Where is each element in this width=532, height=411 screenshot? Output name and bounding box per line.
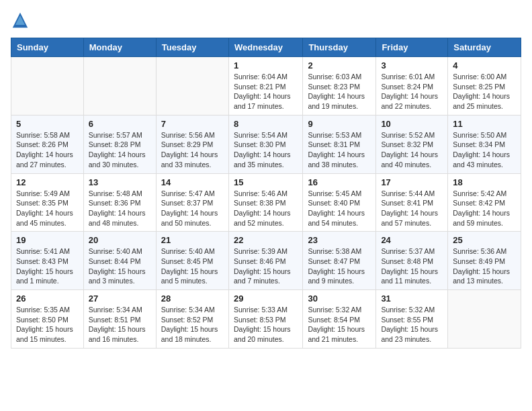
day-info: Sunrise: 5:33 AMSunset: 8:53 PMDaylight:… [234,305,298,345]
day-info: Sunrise: 5:48 AMSunset: 8:36 PMDaylight:… [89,189,151,228]
day-number: 16 [308,177,371,187]
day-info: Sunrise: 5:34 AMSunset: 8:51 PMDaylight:… [89,305,151,345]
day-info: Sunrise: 5:49 AMSunset: 8:35 PMDaylight:… [16,189,79,228]
day-info: Sunrise: 5:44 AMSunset: 8:41 PMDaylight:… [381,189,443,228]
weekday-header-sunday: Sunday [11,38,84,57]
day-number: 13 [89,177,151,187]
day-info: Sunrise: 6:04 AMSunset: 8:21 PMDaylight:… [234,72,298,111]
day-info: Sunrise: 5:38 AMSunset: 8:47 PMDaylight:… [308,246,371,286]
calendar-week-row: 26Sunrise: 5:35 AMSunset: 8:50 PMDayligh… [11,290,521,349]
calendar-header: SundayMondayTuesdayWednesdayThursdayFrid… [11,38,521,57]
calendar-cell: 27Sunrise: 5:34 AMSunset: 8:51 PMDayligh… [83,290,156,349]
calendar-cell: 7Sunrise: 5:56 AMSunset: 8:29 PMDaylight… [156,115,228,173]
calendar-cell: 26Sunrise: 5:35 AMSunset: 8:50 PMDayligh… [11,290,84,349]
day-info: Sunrise: 5:54 AMSunset: 8:30 PMDaylight:… [234,130,298,170]
day-number: 11 [453,119,516,129]
weekday-header-thursday: Thursday [303,38,376,57]
day-info: Sunrise: 5:46 AMSunset: 8:38 PMDaylight:… [234,189,298,228]
day-number: 21 [161,235,224,245]
day-info: Sunrise: 5:57 AMSunset: 8:28 PMDaylight:… [89,130,151,170]
day-number: 7 [161,119,224,129]
calendar-cell [448,290,521,349]
calendar-week-row: 5Sunrise: 5:58 AMSunset: 8:26 PMDaylight… [11,115,521,173]
calendar-cell: 24Sunrise: 5:37 AMSunset: 8:48 PMDayligh… [376,232,448,290]
day-number: 27 [89,293,151,304]
calendar-cell [83,57,156,116]
calendar-cell [11,57,84,116]
calendar-cell: 16Sunrise: 5:45 AMSunset: 8:40 PMDayligh… [303,173,376,232]
day-number: 28 [161,293,224,304]
day-number: 18 [453,177,516,187]
calendar-cell: 18Sunrise: 5:42 AMSunset: 8:42 PMDayligh… [448,173,521,232]
calendar-cell: 21Sunrise: 5:40 AMSunset: 8:45 PMDayligh… [156,232,228,290]
day-info: Sunrise: 6:01 AMSunset: 8:24 PMDaylight:… [381,72,443,111]
page-header [11,11,521,30]
calendar-cell: 3Sunrise: 6:01 AMSunset: 8:24 PMDaylight… [376,57,448,116]
day-info: Sunrise: 5:50 AMSunset: 8:34 PMDaylight:… [453,130,516,170]
day-info: Sunrise: 5:34 AMSunset: 8:52 PMDaylight:… [161,305,224,345]
day-number: 19 [16,235,79,245]
day-number: 2 [308,60,371,71]
day-info: Sunrise: 5:41 AMSunset: 8:43 PMDaylight:… [16,246,79,286]
day-number: 29 [234,293,298,304]
calendar-cell: 29Sunrise: 5:33 AMSunset: 8:53 PMDayligh… [228,290,302,349]
logo-icon [11,11,30,30]
day-info: Sunrise: 5:35 AMSunset: 8:50 PMDaylight:… [16,305,79,345]
calendar-cell: 11Sunrise: 5:50 AMSunset: 8:34 PMDayligh… [448,115,521,173]
calendar-week-row: 1Sunrise: 6:04 AMSunset: 8:21 PMDaylight… [11,57,521,116]
calendar-cell: 15Sunrise: 5:46 AMSunset: 8:38 PMDayligh… [228,173,302,232]
calendar-cell: 25Sunrise: 5:36 AMSunset: 8:49 PMDayligh… [448,232,521,290]
day-info: Sunrise: 5:47 AMSunset: 8:37 PMDaylight:… [161,189,224,228]
day-number: 23 [308,235,371,245]
day-info: Sunrise: 5:32 AMSunset: 8:54 PMDaylight:… [308,305,371,345]
calendar-cell: 23Sunrise: 5:38 AMSunset: 8:47 PMDayligh… [303,232,376,290]
calendar-week-row: 12Sunrise: 5:49 AMSunset: 8:35 PMDayligh… [11,173,521,232]
calendar-cell: 9Sunrise: 5:53 AMSunset: 8:31 PMDaylight… [303,115,376,173]
day-number: 26 [16,293,79,304]
day-number: 10 [381,119,443,129]
day-number: 17 [381,177,443,187]
day-info: Sunrise: 6:03 AMSunset: 8:23 PMDaylight:… [308,72,371,111]
weekday-header-wednesday: Wednesday [228,38,302,57]
day-info: Sunrise: 5:32 AMSunset: 8:55 PMDaylight:… [381,305,443,345]
day-info: Sunrise: 5:39 AMSunset: 8:46 PMDaylight:… [234,246,298,286]
weekday-header-friday: Friday [376,38,448,57]
day-info: Sunrise: 5:42 AMSunset: 8:42 PMDaylight:… [453,189,516,228]
day-info: Sunrise: 5:58 AMSunset: 8:26 PMDaylight:… [16,130,79,170]
day-info: Sunrise: 6:00 AMSunset: 8:25 PMDaylight:… [453,72,516,111]
calendar-cell: 12Sunrise: 5:49 AMSunset: 8:35 PMDayligh… [11,173,84,232]
weekday-header-row: SundayMondayTuesdayWednesdayThursdayFrid… [11,38,521,57]
weekday-header-tuesday: Tuesday [156,38,228,57]
calendar-body: 1Sunrise: 6:04 AMSunset: 8:21 PMDaylight… [11,57,521,349]
calendar-cell: 8Sunrise: 5:54 AMSunset: 8:30 PMDaylight… [228,115,302,173]
calendar-cell: 5Sunrise: 5:58 AMSunset: 8:26 PMDaylight… [11,115,84,173]
day-info: Sunrise: 5:52 AMSunset: 8:32 PMDaylight:… [381,130,443,170]
day-number: 14 [161,177,224,187]
calendar-cell: 22Sunrise: 5:39 AMSunset: 8:46 PMDayligh… [228,232,302,290]
day-number: 25 [453,235,516,245]
day-number: 1 [234,60,298,71]
day-number: 24 [381,235,443,245]
day-info: Sunrise: 5:40 AMSunset: 8:45 PMDaylight:… [161,246,224,286]
calendar-cell: 13Sunrise: 5:48 AMSunset: 8:36 PMDayligh… [83,173,156,232]
day-number: 22 [234,235,298,245]
weekday-header-saturday: Saturday [448,38,521,57]
day-info: Sunrise: 5:53 AMSunset: 8:31 PMDaylight:… [308,130,371,170]
calendar-cell: 14Sunrise: 5:47 AMSunset: 8:37 PMDayligh… [156,173,228,232]
day-number: 9 [308,119,371,129]
calendar-cell: 10Sunrise: 5:52 AMSunset: 8:32 PMDayligh… [376,115,448,173]
logo [11,11,32,30]
calendar-table: SundayMondayTuesdayWednesdayThursdayFrid… [11,38,521,349]
day-number: 6 [89,119,151,129]
calendar-cell: 6Sunrise: 5:57 AMSunset: 8:28 PMDaylight… [83,115,156,173]
day-info: Sunrise: 5:36 AMSunset: 8:49 PMDaylight:… [453,246,516,286]
calendar-week-row: 19Sunrise: 5:41 AMSunset: 8:43 PMDayligh… [11,232,521,290]
day-number: 20 [89,235,151,245]
calendar-cell: 4Sunrise: 6:00 AMSunset: 8:25 PMDaylight… [448,57,521,116]
day-number: 12 [16,177,79,187]
calendar-cell: 1Sunrise: 6:04 AMSunset: 8:21 PMDaylight… [228,57,302,116]
weekday-header-monday: Monday [83,38,156,57]
calendar-cell: 31Sunrise: 5:32 AMSunset: 8:55 PMDayligh… [376,290,448,349]
calendar-cell: 17Sunrise: 5:44 AMSunset: 8:41 PMDayligh… [376,173,448,232]
day-info: Sunrise: 5:40 AMSunset: 8:44 PMDaylight:… [89,246,151,286]
